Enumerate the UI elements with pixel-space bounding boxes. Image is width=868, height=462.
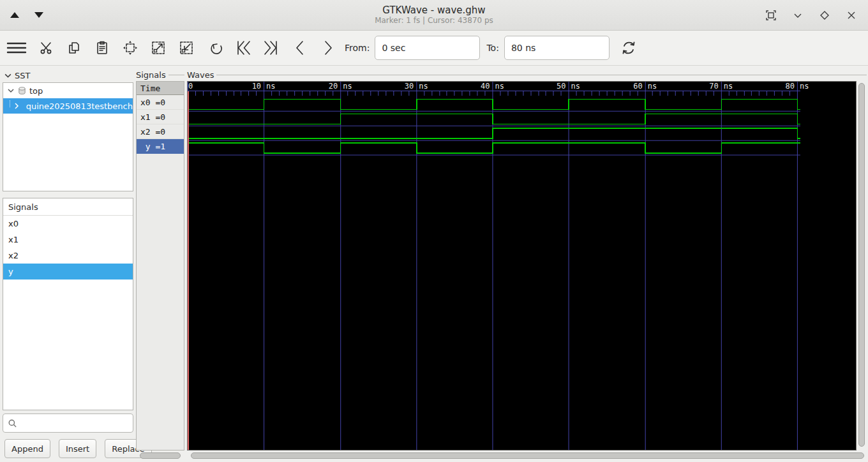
expander[interactable] <box>7 87 15 94</box>
signal-row-x0[interactable]: x0 =0 <box>137 95 184 110</box>
append-button[interactable]: Append <box>4 439 50 458</box>
skip-to-end-icon <box>262 40 280 56</box>
next-edge-button[interactable] <box>318 36 338 59</box>
fit-window-icon <box>763 8 779 23</box>
svg-text:10: 10 <box>252 82 261 91</box>
list-item-y[interactable]: y <box>3 264 133 279</box>
skip-to-start-icon <box>235 40 253 56</box>
from-label: From: <box>345 43 370 53</box>
tree-item-label: top <box>29 86 43 96</box>
list-item-x2[interactable]: x2 <box>3 248 133 264</box>
svg-text:ns: ns <box>648 82 657 91</box>
signals-column: Signals Time x0 =0 x1 =0 x2 =0 y =1 <box>135 66 186 462</box>
menu-icon <box>6 40 27 56</box>
svg-text:0: 0 <box>188 82 193 91</box>
chevron-right-icon <box>320 40 336 56</box>
wave-canvas[interactable]: 010ns20ns30ns40ns50ns60ns70ns80ns <box>187 81 857 451</box>
window-title: GTKWave - wave.ghw <box>375 4 493 17</box>
search-input[interactable] <box>21 414 133 432</box>
sst-label: SST <box>15 71 30 80</box>
zoom-out-button[interactable] <box>176 36 197 59</box>
paste-button[interactable] <box>92 36 112 59</box>
paste-icon <box>94 40 110 56</box>
signals-frame-label: Signals <box>136 70 166 80</box>
copy-button[interactable] <box>64 36 84 59</box>
copy-icon <box>66 40 82 56</box>
chevron-left-icon <box>292 40 308 56</box>
signals-column-hscrollbar[interactable] <box>136 451 184 461</box>
go-to-start-button[interactable] <box>234 36 254 59</box>
from-input[interactable] <box>375 36 480 60</box>
signal-search <box>3 414 133 433</box>
signal-row-y[interactable]: y =1 <box>137 139 184 154</box>
main-area: SST top <box>0 66 868 462</box>
waveform-svg: 010ns20ns30ns40ns50ns60ns70ns80ns <box>188 82 856 450</box>
marker-cursor-status: Marker: 1 fs | Cursor: 43870 ps <box>375 16 493 26</box>
chevron-down-icon <box>4 71 12 80</box>
to-input[interactable] <box>504 36 610 60</box>
chevron-down-icon <box>790 8 805 23</box>
reload-icon <box>620 39 638 57</box>
list-item-x0[interactable]: x0 <box>3 216 133 232</box>
to-label: To: <box>486 43 498 53</box>
insert-button[interactable]: Insert <box>59 439 96 458</box>
chevron-right-icon <box>13 102 20 110</box>
svg-text:60: 60 <box>633 82 642 91</box>
zoom-out-icon <box>178 40 195 56</box>
svg-text:ns: ns <box>343 82 352 91</box>
tree-item-label: quine20250813testbench <box>26 101 133 111</box>
zoom-in-icon <box>150 40 167 56</box>
svg-text:20: 20 <box>329 82 338 91</box>
prev-edge-button[interactable] <box>290 36 310 59</box>
signal-row-x2[interactable]: x2 =0 <box>137 124 184 139</box>
tree-item-testbench[interactable]: quine20250813testbench <box>3 98 133 114</box>
svg-text:80: 80 <box>785 82 794 91</box>
expander[interactable] <box>13 102 20 110</box>
signal-row-x1[interactable]: x1 =0 <box>137 110 184 124</box>
signal-values-box: Time x0 =0 x1 =0 x2 =0 y =1 <box>136 81 184 451</box>
waves-panel: Waves 010ns20ns30ns40ns50ns60ns70ns80ns <box>186 66 868 462</box>
undo-icon <box>207 40 224 56</box>
chevron-down-icon <box>7 87 15 94</box>
waves-vscrollbar[interactable] <box>857 81 867 451</box>
title-bar: GTKWave - wave.ghw Marker: 1 fs | Cursor… <box>0 0 868 31</box>
tree-connector <box>10 100 10 107</box>
cut-button[interactable] <box>36 36 56 59</box>
list-item-x1[interactable]: x1 <box>3 232 133 248</box>
maximize-button[interactable] <box>816 6 834 24</box>
waves-frame-label: Waves <box>187 70 214 80</box>
cut-icon <box>38 40 54 56</box>
time-header: Time <box>137 82 184 95</box>
search-icon <box>8 419 17 428</box>
svg-text:ns: ns <box>266 82 275 91</box>
close-button[interactable] <box>842 6 860 24</box>
svg-text:ns: ns <box>419 82 428 91</box>
shade-down-button[interactable] <box>34 12 43 18</box>
hierarchy-cylinder-icon <box>17 86 27 96</box>
tree-item-top[interactable]: top <box>3 83 133 98</box>
shade-up-button[interactable] <box>10 12 19 18</box>
svg-text:ns: ns <box>800 82 809 91</box>
signal-list-header: Signals <box>3 198 133 216</box>
fit-window-button[interactable] <box>762 6 780 24</box>
svg-text:ns: ns <box>495 82 504 91</box>
zoom-fit-icon <box>122 40 138 56</box>
sst-panel: SST top <box>0 66 135 462</box>
zoom-fit-button[interactable] <box>120 36 140 59</box>
go-to-end-button[interactable] <box>260 36 281 59</box>
sst-expander[interactable] <box>4 71 12 80</box>
svg-text:50: 50 <box>557 82 565 91</box>
menu-button[interactable] <box>6 36 27 59</box>
diamond-icon <box>817 8 832 23</box>
zoom-in-button[interactable] <box>148 36 168 59</box>
sst-tree: top quine20250813testbench <box>3 82 133 191</box>
close-icon <box>844 8 859 23</box>
undo-button[interactable] <box>206 36 226 59</box>
reload-button[interactable] <box>618 36 639 59</box>
svg-text:70: 70 <box>709 82 718 91</box>
waves-hscrollbar[interactable] <box>187 451 867 461</box>
minimize-button[interactable] <box>789 6 807 24</box>
svg-text:30: 30 <box>405 82 414 91</box>
signal-search-list: Signals x0 x1 x2 y <box>3 198 133 410</box>
svg-text:40: 40 <box>481 82 490 91</box>
